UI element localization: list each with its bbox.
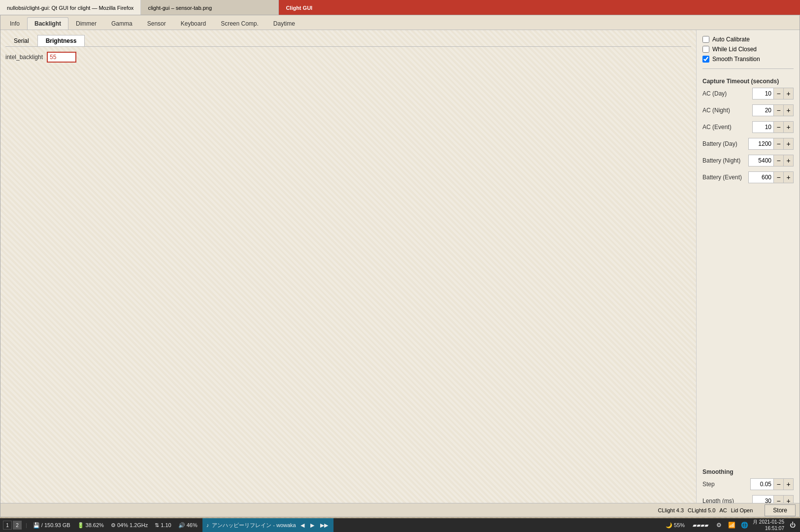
battery-event-spinner: − + — [748, 171, 794, 183]
cpu-icon: ⚙ — [111, 522, 116, 529]
tab-backlight[interactable]: Backlight — [27, 17, 68, 30]
step-input[interactable] — [751, 480, 773, 489]
disk-info-label: / 150.93 GB — [41, 522, 70, 528]
ac-day-plus-btn[interactable]: + — [783, 88, 793, 99]
music-icon: ♪ — [206, 522, 209, 528]
step-plus-btn[interactable]: + — [783, 479, 793, 490]
auto-calibrate-checkbox[interactable] — [702, 36, 709, 43]
settings-icon[interactable]: ⚙ — [714, 521, 723, 530]
battery-day-plus-btn[interactable]: + — [783, 138, 793, 149]
smooth-transition-checkbox[interactable] — [702, 56, 709, 63]
ac-day-label: AC (Day) — [702, 90, 752, 97]
tab-screen-comp[interactable]: Screen Comp. — [213, 17, 266, 30]
battery-night-spinner: − + — [748, 155, 794, 166]
right-panel: Auto Calibrate While Lid Closed Smooth T… — [696, 30, 800, 515]
status-clightd: CLightd 5.0 — [688, 507, 715, 513]
volume-info: 🔊 46% — [176, 520, 200, 531]
battery-event-input[interactable] — [749, 173, 773, 182]
moon-info: 🌙 55% — [664, 520, 687, 531]
tab-dimmer[interactable]: Dimmer — [68, 17, 104, 30]
browser-tab-1-label: nullobsi/clight-gui: Qt GUI for clight —… — [7, 5, 133, 11]
ac-night-spinner: − + — [752, 104, 794, 116]
disk-info: 💾 / 150.93 GB — [31, 520, 72, 531]
ac-day-minus-btn[interactable]: − — [773, 88, 783, 99]
net-icon: ⇅ — [155, 522, 159, 529]
browser-tab-2[interactable]: clight-gui – sensor-tab.png — [141, 0, 279, 15]
ac-night-label: AC (Night) — [702, 107, 752, 114]
wifi-icon[interactable]: 📶 — [727, 521, 736, 530]
battery-night-label: Battery (Night) — [702, 157, 748, 164]
ac-night-row: AC (Night) − + — [702, 104, 794, 116]
battery-day-minus-btn[interactable]: − — [773, 138, 783, 149]
workspace-switcher: 1 2 — [3, 521, 22, 530]
browser-tab-2-label: clight-gui – sensor-tab.png — [148, 5, 212, 11]
clock: 月 2021-01-25 16:51:07 — [753, 519, 784, 532]
status-clight: CLlight 4.3 — [658, 507, 684, 513]
smoothing-heading: Smoothing — [702, 468, 794, 475]
backlight-input[interactable] — [47, 52, 76, 63]
net-info: ⇅ 1.10 — [153, 520, 173, 531]
divider-1 — [702, 68, 794, 69]
network-icon[interactable]: 🌐 — [740, 521, 749, 530]
music-prev-btn[interactable]: ◀ — [299, 522, 306, 529]
battery-night-input[interactable] — [749, 156, 773, 165]
ac-event-minus-btn[interactable]: − — [773, 122, 783, 133]
music-title-label: アンハッピーリフレイン - wowaka — [212, 522, 296, 529]
battery-night-minus-btn[interactable]: − — [773, 155, 783, 166]
workspace-2-btn[interactable]: 2 — [13, 521, 22, 530]
volume-icon: 🔊 — [178, 522, 185, 529]
auto-calibrate-label: Auto Calibrate — [712, 36, 750, 43]
ac-day-row: AC (Day) − + — [702, 88, 794, 100]
step-minus-btn[interactable]: − — [773, 479, 783, 490]
ac-event-label: AC (Event) — [702, 124, 752, 131]
time-label: 16:51:07 — [765, 525, 784, 532]
capture-timeout-heading: Capture Timeout (seconds) — [702, 78, 794, 85]
browser-tab-3[interactable]: Clight GUI — [279, 0, 800, 15]
step-row: Step − + — [702, 478, 794, 490]
store-button[interactable]: Store — [765, 504, 796, 516]
tab-info[interactable]: Info — [2, 17, 27, 30]
battery-day-row: Battery (Day) − + — [702, 138, 794, 150]
battery-day-spinner: − + — [748, 138, 794, 150]
taskbar: 1 2 | 💾 / 150.93 GB 🔋 38.62% ⚙ 04% 1.2GH… — [0, 518, 800, 532]
cpu-info: ⚙ 04% 1.2GHz — [109, 520, 150, 531]
ac-night-input[interactable] — [753, 106, 773, 115]
taskbar-sep-1: | — [26, 522, 27, 528]
music-player: ♪ アンハッピーリフレイン - wowaka ◀ ▶ ▶▶ — [202, 518, 333, 532]
ac-night-plus-btn[interactable]: + — [783, 105, 793, 116]
main-window: Info Backlight Dimmer Gamma Sensor Keybo… — [0, 15, 800, 517]
while-lid-closed-label: While Lid Closed — [712, 46, 757, 53]
backlight-row: intel_backlight — [5, 52, 691, 63]
sub-tab-brightness[interactable]: Brightness — [37, 35, 85, 46]
ac-event-plus-btn[interactable]: + — [783, 122, 793, 133]
ac-day-input[interactable] — [753, 89, 773, 98]
battery-indicator: ▰▰▰▰ — [691, 520, 710, 531]
ac-day-spinner: − + — [752, 88, 794, 100]
battery-night-row: Battery (Night) − + — [702, 155, 794, 166]
ac-night-minus-btn[interactable]: − — [773, 105, 783, 116]
workspace-1-btn[interactable]: 1 — [3, 521, 12, 530]
battery-day-input[interactable] — [749, 139, 773, 148]
sub-tab-serial[interactable]: Serial — [5, 35, 37, 46]
tab-daytime[interactable]: Daytime — [266, 17, 302, 30]
browser-tab-3-label: Clight GUI — [286, 5, 312, 11]
battery-event-plus-btn[interactable]: + — [783, 172, 793, 183]
music-next-btn[interactable]: ▶▶ — [319, 522, 330, 529]
battery-icon: 🔋 — [77, 522, 84, 529]
step-label: Step — [702, 481, 750, 488]
tab-gamma[interactable]: Gamma — [104, 17, 140, 30]
tab-keyboard[interactable]: Keyboard — [173, 17, 213, 30]
browser-tab-1[interactable]: nullobsi/clight-gui: Qt GUI for clight —… — [0, 0, 141, 15]
battery-night-plus-btn[interactable]: + — [783, 155, 793, 166]
ac-event-input[interactable] — [753, 123, 773, 132]
tab-sensor[interactable]: Sensor — [140, 17, 173, 30]
battery-event-minus-btn[interactable]: − — [773, 172, 783, 183]
while-lid-closed-checkbox[interactable] — [702, 46, 709, 53]
smooth-transition-row: Smooth Transition — [702, 56, 794, 63]
battery-info: 🔋 38.62% — [75, 520, 106, 531]
battery-event-label: Battery (Event) — [702, 174, 748, 181]
left-panel: Serial Brightness intel_backlight — [0, 30, 696, 515]
music-play-btn[interactable]: ▶ — [309, 522, 316, 529]
moon-icon: 🌙 — [666, 522, 672, 529]
power-icon[interactable]: ⏻ — [788, 521, 797, 530]
